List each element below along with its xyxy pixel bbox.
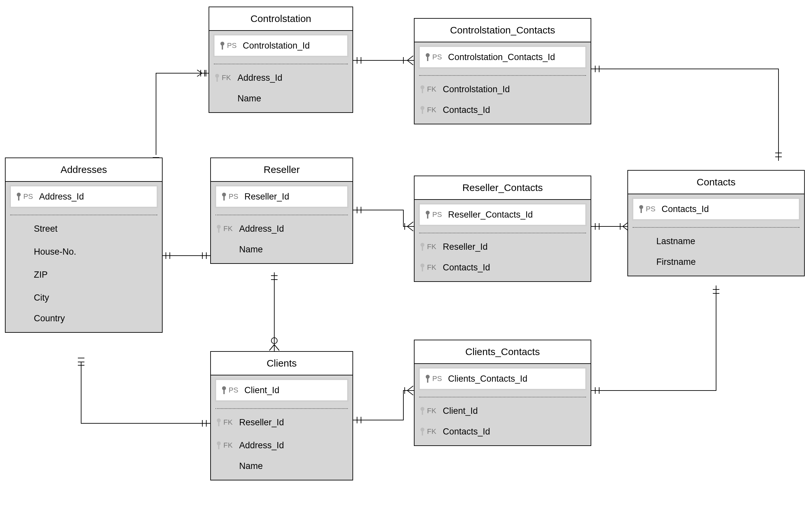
- key-icon: PS: [638, 205, 662, 214]
- fk-row: FK Reseller_Id: [211, 411, 352, 434]
- svg-point-0: [271, 338, 277, 344]
- entity-clients-contacts: Clients_Contacts PS Clients_Contacts_Id …: [414, 340, 591, 446]
- svg-rect-30: [427, 378, 428, 383]
- col-row: Name: [209, 89, 352, 112]
- entity-title: Addresses: [6, 158, 162, 182]
- key-icon: FK: [216, 418, 239, 427]
- entity-title: Reseller: [211, 158, 352, 182]
- entity-controlstation-contacts: Controlstation_Contacts PS Controlstatio…: [414, 18, 591, 124]
- svg-rect-22: [422, 109, 423, 114]
- entity-title: Contacts: [628, 171, 804, 194]
- key-icon: FK: [216, 224, 239, 233]
- pk-row: PS Client_Id: [215, 379, 349, 402]
- key-icon: PS: [15, 192, 39, 201]
- col-row: Lastname: [628, 230, 804, 253]
- pk-row: PS Clients_Contacts_Id: [419, 367, 587, 390]
- svg-rect-28: [422, 267, 423, 271]
- fk-row: FK Controlstation_Id: [415, 78, 591, 101]
- key-icon: FK: [419, 105, 443, 115]
- col-row: Firstname: [628, 253, 804, 276]
- pk-row: PS Contacts_Id: [632, 198, 800, 220]
- separator: [216, 215, 348, 215]
- fk-row: FK Address_Id: [211, 217, 352, 240]
- key-icon: PS: [424, 374, 448, 383]
- svg-rect-34: [422, 431, 423, 435]
- key-icon: FK: [214, 73, 237, 82]
- svg-rect-2: [18, 196, 20, 201]
- pk-row: PS Reseller_Contacts_Id: [419, 203, 587, 226]
- svg-rect-24: [427, 214, 428, 219]
- fk-row: FK Address_Id: [209, 66, 352, 89]
- pk-row: PS Address_Id: [9, 185, 158, 208]
- entity-title: Controlstation_Contacts: [415, 19, 591, 42]
- fk-row: FK Client_Id: [415, 399, 591, 422]
- separator: [216, 408, 348, 409]
- col-row: ZIP: [6, 263, 162, 286]
- entity-title: Clients_Contacts: [415, 340, 591, 364]
- entity-addresses: Addresses PS Address_Id Street House-No.…: [5, 158, 163, 333]
- key-icon: PS: [219, 41, 243, 50]
- key-icon: PS: [424, 52, 448, 62]
- svg-rect-8: [223, 196, 225, 201]
- key-icon: PS: [221, 192, 244, 201]
- entity-title: Reseller_Contacts: [415, 176, 591, 200]
- pk-row: PS Controlstation_Id: [213, 34, 349, 57]
- svg-rect-26: [422, 246, 423, 251]
- svg-rect-18: [427, 56, 428, 61]
- key-icon: FK: [419, 85, 443, 94]
- fk-row: FK Contacts_Id: [415, 258, 591, 281]
- separator: [419, 233, 586, 233]
- entity-reseller: Reseller PS Reseller_Id FK Address_Id Na…: [210, 158, 353, 264]
- key-icon: PS: [424, 210, 448, 219]
- svg-rect-10: [218, 228, 220, 233]
- svg-rect-16: [218, 444, 220, 449]
- entity-title: Clients: [211, 352, 352, 375]
- col-row: City: [6, 286, 162, 309]
- entity-clients: Clients PS Client_Id FK Reseller_Id FK A…: [210, 351, 353, 480]
- svg-rect-4: [222, 45, 223, 49]
- col-row: House-No.: [6, 240, 162, 263]
- fk-row: FK Contacts_Id: [415, 101, 591, 124]
- key-icon: FK: [419, 427, 443, 436]
- separator: [419, 397, 586, 397]
- fk-row: FK Reseller_Id: [415, 235, 591, 258]
- col-row: Name: [211, 457, 352, 480]
- pk-label: Address_Id: [39, 192, 152, 202]
- separator: [419, 75, 586, 76]
- key-icon: FK: [419, 242, 443, 251]
- svg-rect-20: [422, 89, 423, 93]
- fk-row: FK Address_Id: [211, 434, 352, 457]
- key-icon: FK: [216, 441, 239, 450]
- col-row: Street: [6, 217, 162, 240]
- separator: [633, 227, 800, 228]
- svg-rect-6: [217, 77, 218, 82]
- key-icon: FK: [419, 406, 443, 416]
- separator: [214, 64, 348, 64]
- fk-row: FK Contacts_Id: [415, 422, 591, 445]
- svg-rect-12: [223, 389, 225, 394]
- key-icon: PS: [221, 386, 244, 395]
- key-icon: FK: [419, 263, 443, 272]
- svg-rect-14: [218, 422, 220, 426]
- entity-title: Controlstation: [209, 7, 352, 31]
- col-row: Country: [6, 309, 162, 332]
- svg-rect-36: [641, 208, 642, 213]
- entity-controlstation: Controlstation PS Controlstation_Id FK A…: [208, 7, 353, 113]
- separator: [10, 215, 157, 215]
- svg-rect-32: [422, 410, 423, 415]
- entity-reseller-contacts: Reseller_Contacts PS Reseller_Contacts_I…: [414, 176, 591, 282]
- col-row: Name: [211, 240, 352, 263]
- pk-row: PS Controlstation_Contacts_Id: [419, 46, 587, 69]
- pk-row: PS Reseller_Id: [215, 185, 349, 208]
- entity-contacts: Contacts PS Contacts_Id Lastname Firstna…: [627, 170, 805, 276]
